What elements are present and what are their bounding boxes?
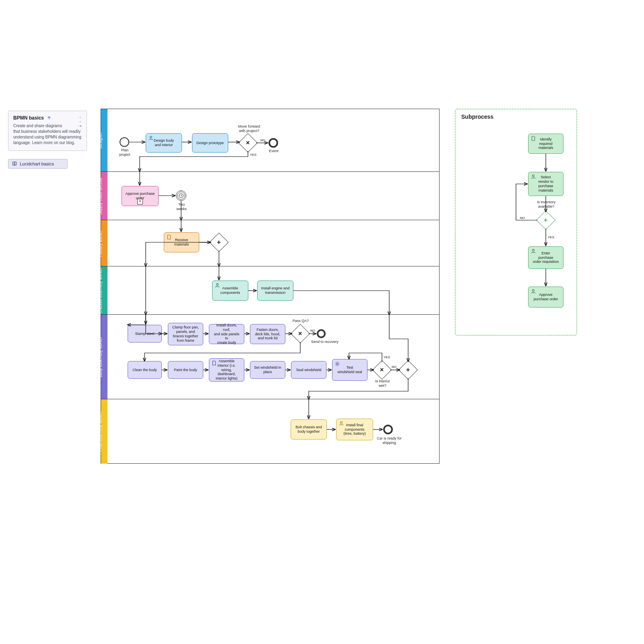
lane-title-supply: Supply chain director	[98, 177, 103, 215]
note-bpmn-basics: →→⇢ BPMN basics Create and share diagram…	[8, 111, 87, 151]
task-clean-body-label: Clean the body	[132, 368, 157, 372]
gateway-parallel-join[interactable]: +	[398, 360, 418, 380]
task-stamp-steel-label: Stamp steel	[135, 332, 155, 336]
note-lucidchart-label: Lucidchart basics	[20, 161, 54, 166]
lane-title-final: Final assembly worker	[98, 411, 103, 451]
gateway-pass-qa[interactable]: ×	[291, 324, 310, 343]
label-interior-wet-q: Is interiorwet?	[372, 379, 394, 388]
label-ready-ship: Car is ready forshipping	[375, 436, 403, 445]
task-paint-body-label: Paint the body	[174, 368, 197, 372]
svg-text:YES: YES	[250, 153, 256, 157]
task-install-doors[interactable]: Install doors, roof,and side panels tocr…	[209, 324, 244, 344]
book-icon	[12, 161, 17, 167]
clock-icon	[178, 193, 184, 198]
sub-task-select-vendor[interactable]: Selectvendor topurchasematerials	[528, 172, 564, 196]
task-install-doors-label: Install doors, roof,and side panels tocr…	[213, 323, 241, 345]
bpmn-pool: Designer Planproject Design bodyand inte…	[101, 109, 440, 464]
svg-point-0	[150, 136, 152, 138]
note-bpmn-title: BPMN basics	[13, 115, 44, 121]
sub-task-approve-po-label: Approvepurchase order	[534, 293, 558, 301]
share-icon	[46, 115, 52, 121]
task-assemble-components[interactable]: Assemblecomponents	[212, 281, 248, 301]
subprocess-title: Subprocess	[461, 114, 493, 120]
label-two-weeks: Twoweeks	[174, 202, 189, 211]
task-install-engine-label: Install engine andtransmission	[261, 286, 290, 295]
doc-icon	[530, 136, 536, 141]
task-clamp-floor[interactable]: Clamp floor pan,panels, andbraces togeth…	[168, 323, 203, 345]
svg-point-37	[533, 175, 535, 177]
svg-point-13	[217, 283, 219, 285]
task-approve-po[interactable]: Approve purchaseorder +	[122, 186, 159, 206]
task-paint-body[interactable]: Paint the body	[168, 361, 203, 379]
task-stamp-steel[interactable]: Stamp steel	[128, 325, 162, 343]
user-icon	[530, 174, 536, 180]
task-set-windshield-label: Set windshield inplace	[254, 365, 281, 374]
label-plan-project: Planproject	[115, 148, 135, 157]
end-event-designer[interactable]	[268, 138, 278, 148]
label-event-end: Event	[268, 149, 280, 153]
sub-task-identify[interactable]: Identifyrequired materials	[528, 134, 564, 154]
svg-text:NO: NO	[392, 365, 396, 369]
task-install-engine[interactable]: Install engine andtransmission	[257, 281, 293, 301]
sub-task-enter-por[interactable]: Enterpurchaseorder requisition	[528, 246, 564, 269]
task-clamp-floor-label: Clamp floor pan,panels, andbraces togeth…	[172, 325, 199, 343]
sub-task-select-vendor-label: Selectvendor topurchasematerials	[538, 175, 553, 192]
svg-text:YES: YES	[548, 235, 554, 239]
task-fasten-doors[interactable]: Fasten doors,deck lids, hood,and trunk l…	[250, 324, 285, 344]
task-set-windshield[interactable]: Set windshield inplace	[250, 361, 285, 379]
task-receive-materials-label: Receivematerials	[174, 238, 189, 247]
lane-body: Body assembly worker Stamp steel Clamp f…	[101, 314, 439, 399]
lane-title-chassis: Chassis assembly worker	[98, 268, 103, 313]
sub-gateway-inventory[interactable]: +	[536, 211, 555, 230]
lane-title-body: Body assembly worker	[98, 337, 103, 378]
task-assemble-interior[interactable]: Assembleinterior (i.e.wiring, dashboard,…	[209, 358, 244, 382]
label-pass-qa-q: Pass QA?	[291, 319, 311, 323]
user-icon	[530, 289, 536, 294]
subprocess-marker-icon: +	[137, 199, 143, 204]
label-move-forward-q: Move forwardwith project?	[235, 124, 263, 133]
task-design-body[interactable]: Design bodyand interior	[146, 133, 182, 153]
lane-final: Final assembly worker Bolt chassis andbo…	[101, 399, 439, 464]
lane-title-factory: Factory worker	[98, 230, 103, 256]
task-assemble-components-label: Assemblecomponents	[220, 286, 240, 295]
task-receive-materials[interactable]: Receivematerials	[164, 232, 199, 252]
user-icon	[339, 421, 344, 426]
svg-point-38	[533, 249, 535, 251]
lane-designer: Designer Planproject Design bodyand inte…	[101, 109, 439, 171]
svg-point-33	[341, 421, 343, 423]
subprocess-container: Subprocess Identifyrequired materials Se…	[455, 109, 577, 336]
task-seal-windshield[interactable]: Seal windshield	[291, 361, 326, 379]
task-design-prototype[interactable]: Design prototype	[192, 133, 228, 153]
note-lucidchart-basics[interactable]: Lucidchart basics	[8, 159, 68, 169]
svg-point-17	[336, 363, 339, 365]
task-install-final-label: Install finalcomponents(tires, battery)	[343, 423, 366, 436]
task-bolt-chassis-label: Bolt chassis andbody together	[295, 425, 322, 434]
svg-text:NO: NO	[520, 216, 525, 220]
task-bolt-chassis[interactable]: Bolt chassis andbody together	[291, 419, 327, 440]
lane-title-designer: Designer	[98, 132, 103, 148]
sub-task-approve-po[interactable]: Approvepurchase order	[528, 287, 564, 308]
svg-point-39	[533, 289, 535, 291]
lane-chassis: Chassis assembly worker Assemblecomponen…	[101, 266, 439, 315]
gateway-move-forward[interactable]: ×	[238, 133, 258, 153]
lane-factory: Factory worker Receivematerials +	[101, 220, 439, 266]
task-clean-body[interactable]: Clean the body	[128, 361, 162, 379]
timer-event-two-weeks[interactable]	[176, 190, 186, 201]
gateway-parallel-split[interactable]: +	[209, 233, 229, 252]
sub-label-inventory-q: Is inventoryavailable?	[530, 200, 562, 209]
end-event-ready-ship[interactable]	[383, 425, 393, 434]
start-event-plan-project[interactable]	[120, 137, 129, 147]
task-test-windshield[interactable]: Testwindshield seal	[332, 359, 367, 381]
task-design-body-label: Design bodyand interior	[154, 138, 174, 147]
end-event-recovery[interactable]	[317, 329, 326, 338]
user-icon	[215, 283, 220, 288]
task-seal-windshield-label: Seal windshield	[296, 368, 322, 372]
doc-icon	[211, 360, 217, 366]
svg-text:NO: NO	[260, 138, 265, 142]
label-no-qa: NO	[310, 329, 315, 332]
task-install-final[interactable]: Install finalcomponents(tires, battery)	[336, 419, 373, 440]
gateway-interior-wet[interactable]: ×	[372, 360, 392, 380]
doc-icon	[166, 234, 172, 240]
user-icon	[148, 135, 154, 141]
user-icon	[530, 248, 536, 254]
